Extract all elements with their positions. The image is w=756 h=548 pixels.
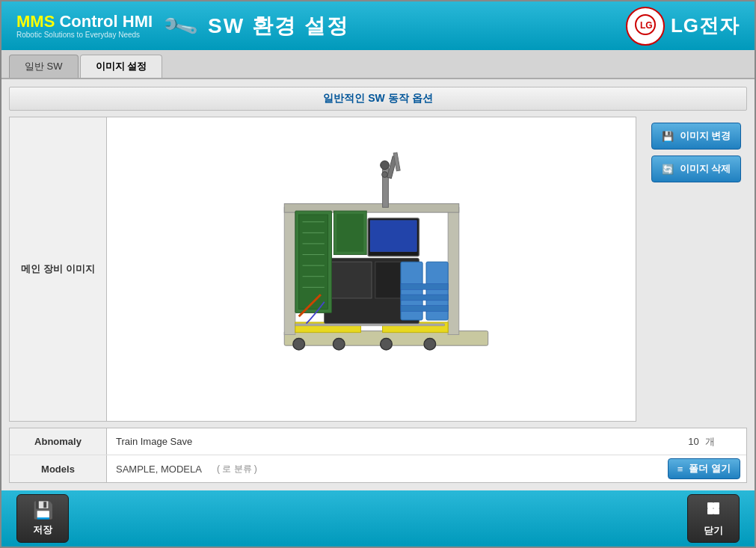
svg-rect-26 [400,283,447,289]
main-window: MMS Control HMI Robotic Solutions to Eve… [0,0,756,548]
abnomaly-row: Abnomaly Train Image Save 10 개 [10,428,746,455]
svg-point-34 [292,338,304,350]
svg-point-36 [380,338,392,350]
logo-control: Control HMI [55,12,153,31]
lg-brand-label: LG전자 [671,13,740,39]
machine-image [230,135,514,404]
app-logo: MMS Control HMI Robotic Solutions to Eve… [16,13,153,39]
svg-rect-39 [707,502,713,508]
open-folder-button[interactable]: ≡ 폴더 열기 [668,458,740,479]
models-row: Models SAMPLE, MODELA ( 로 분류 ) ≡ 폴더 열기 [10,455,746,482]
save-button[interactable]: 💾 저장 [16,494,69,543]
main-panel: 메인 장비 이미지 [9,117,747,422]
svg-rect-40 [713,502,719,508]
abnomaly-label: Abnomaly [10,428,107,455]
train-value-container: 10 개 [657,428,746,455]
logo-mms: MMS [16,12,55,31]
svg-rect-42 [713,508,719,514]
svg-rect-27 [400,295,447,301]
svg-point-32 [380,161,389,170]
train-image-suffix: 개 [705,435,715,449]
svg-point-37 [424,338,436,350]
wrench-icon-container: 🔧 [162,7,199,45]
footer: 💾 저장 닫기 [1,490,755,547]
tab-bar: 일반 SW 이미지 설정 [1,50,755,79]
close-footer-label: 닫기 [704,524,723,538]
svg-rect-4 [448,207,459,334]
folder-action: ≡ 폴더 열기 [668,455,746,482]
svg-rect-3 [284,207,295,334]
logo-subtitle: Robotic Solutions to Everyday Needs [16,31,153,39]
folder-btn-label: 폴더 열기 [689,462,731,475]
lg-svg-icon: LG [634,13,657,36]
svg-rect-29 [382,164,388,207]
lg-circle-icon: LG [634,13,657,39]
close-footer-icon [705,500,722,521]
header: MMS Control HMI Robotic Solutions to Eve… [1,1,755,50]
svg-rect-12 [298,215,328,309]
bottom-rows: Abnomaly Train Image Save 10 개 Models SA… [9,428,747,483]
tab-image-settings[interactable]: 이미지 설정 [80,55,163,78]
svg-rect-21 [336,214,363,252]
header-left: MMS Control HMI Robotic Solutions to Eve… [16,7,349,45]
close-svg-icon [705,500,722,517]
models-tag: ( 로 분류 ) [217,463,257,475]
image-label: 메인 장비 이미지 [10,117,107,421]
image-section: 메인 장비 이미지 [9,117,636,422]
delete-image-label: 이미지 삭제 [680,162,731,176]
svg-rect-41 [707,508,713,514]
change-image-label: 이미지 변경 [680,129,731,143]
save-footer-icon: 💾 [33,501,53,520]
train-image-value: 10 [688,436,698,447]
logo-title: MMS Control HMI [16,13,153,31]
save-icon: 💾 [662,131,674,142]
header-title: SW 환경 설정 [208,12,349,40]
svg-rect-38 [295,324,443,326]
save-footer-label: 저장 [33,523,52,537]
train-image-save-label: Train Image Save [116,436,192,447]
image-display [107,117,636,421]
svg-rect-28 [400,306,447,312]
svg-rect-9 [328,262,371,298]
refresh-icon: 🔄 [662,164,674,175]
wrench-icon: 🔧 [160,6,200,46]
svg-text:LG: LG [640,20,653,31]
delete-image-button[interactable]: 🔄 이미지 삭제 [651,156,741,182]
content-area: 일반적인 SW 동작 옵션 메인 장비 이미지 [1,79,755,490]
models-value: SAMPLE, MODELA [116,464,202,475]
close-button[interactable]: 닫기 [687,494,740,543]
models-content: SAMPLE, MODELA ( 로 분류 ) [107,455,668,482]
abnomaly-content: Train Image Save [107,428,657,455]
models-label: Models [10,455,107,482]
folder-list-icon: ≡ [677,464,683,475]
header-right: LG LG전자 [626,7,740,46]
svg-point-33 [381,172,387,178]
section-header: 일반적인 SW 동작 옵션 [9,87,747,111]
lg-logo-circle: LG [626,7,665,46]
svg-point-35 [333,338,345,350]
tab-general-sw[interactable]: 일반 SW [9,55,79,78]
change-image-button[interactable]: 💾 이미지 변경 [651,123,741,150]
svg-rect-23 [370,221,417,252]
image-buttons: 💾 이미지 변경 🔄 이미지 삭제 [642,117,747,422]
